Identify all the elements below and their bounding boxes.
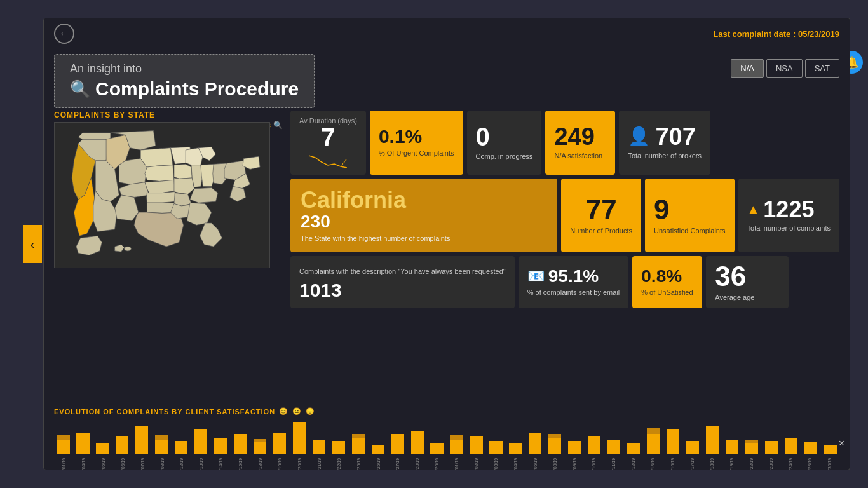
bar-group [54,418,72,454]
brokers-card: 👤 707 Total number of brokers [619,111,710,175]
email-pct-card: 📧 95.1% % of complaints sent by email [519,256,629,308]
email-icon: 📧 [527,268,545,285]
bar-date-label: 04/16/19 [663,458,682,470]
filter-sat[interactable]: SAT [805,59,839,78]
bar-group [506,418,525,454]
bar-group [644,418,663,454]
bar-group [388,418,407,454]
prev-arrow[interactable]: ‹ [23,225,42,263]
insights-icon: 🔍 [273,121,283,130]
bar-date-label: 03/08/19 [153,458,172,470]
bar-group [408,418,426,454]
bar-group [251,418,269,454]
last-complaint-info: Last complaint date : 05/23/2019 [713,29,839,39]
unsatisfied-comp-card: 9 Unsatisfied Complaints [645,179,735,252]
bar-date-label: 03/25/19 [349,458,369,470]
bar-group [762,418,780,454]
avg-age-value: 36 [715,262,780,290]
bar-date-label: 04/12/19 [623,458,643,470]
bar-group [742,418,761,454]
bar-group [684,418,702,454]
bar-group [172,418,191,454]
bar-group [821,418,839,454]
email-pct-label: % of complaints sent by email [527,288,620,297]
close-button[interactable]: × [839,438,844,449]
usa-map-container[interactable] [54,122,270,268]
evolution-bar-chart [54,418,839,456]
bar-group [526,418,545,454]
california-name: California [301,189,547,212]
bar-group [153,418,171,454]
smiley-happy: 😊 [279,407,288,416]
total-complaints-card: ▲ 1225 Total number of complaints [738,179,839,252]
bar-group [625,418,643,454]
bar-date-label: 04/18/19 [702,458,722,470]
bar-date-label: 03/21/19 [309,458,329,470]
bar-group [290,418,308,454]
bar-date-label: 03/29/19 [427,458,447,470]
bar-group [703,418,721,454]
bar-date-label: 04/09/19 [565,458,585,470]
bar-date-label: 04/03/19 [486,458,506,470]
products-label: Number of Products [570,226,632,235]
na-satisfaction-label: N/A satisfaction [554,151,606,160]
bar-date-label: 04/05/19 [526,458,545,470]
bar-date-label: 03/19/19 [270,458,290,470]
unsatisfied-pct-value: 0.8% [641,268,693,285]
bar-date-label: 03/15/19 [231,458,250,470]
bar-group [74,418,92,454]
bar-date-label: 03/28/19 [407,458,427,470]
bar-group [722,418,741,454]
urgent-card: 0.1% % Of Urgent Complaints [370,111,463,175]
bar-date-label: 03/06/19 [113,458,133,470]
magnify-icon: 🔍 [70,79,90,99]
bar-group [212,418,230,454]
bar-date-label: 04/10/19 [584,458,604,470]
evolution-label: EVOLUTION OF COMPLAINTS BY CLIENT SATISF… [54,407,839,416]
filter-na[interactable]: N/A [731,59,764,78]
top-bar: ← Last complaint date : 05/23/2019 [44,18,850,49]
brokers-icon: 👤 [628,128,650,146]
bar-date-label: 03/05/19 [93,458,113,470]
kpi-row-3: Complaints with the description "You hav… [290,256,839,308]
bar-date-label: 04/17/19 [682,458,702,470]
right-panel: Av Duration (days) 7 0.1% % Of Urgent Co… [290,111,839,403]
email-desc-number: 1013 [299,281,506,300]
bar-date-label: 04/23/19 [761,458,781,470]
in-progress-card: 0 Comp. in progress [467,111,542,175]
last-complaint-date: 05/23/2019 [798,29,839,39]
avg-age-label: Average age [715,293,780,302]
total-complaints-label: Total number of complaints [747,224,831,233]
bar-chart-labels: 03/01/1903/04/1903/05/1903/06/1903/07/19… [54,456,839,470]
bar-group [349,418,367,454]
urgent-label: % Of Urgent Complaints [379,149,454,158]
main-content: COMPLAINTS BY STATE Insights 🔍 [44,111,850,403]
bar-date-label: 04/19/19 [722,458,742,470]
kpi-row-2: California 230 The State with the highes… [290,179,839,252]
avg-age-card: 36 Average age [706,256,789,308]
bar-date-label: 04/02/19 [466,458,486,470]
bar-group [467,418,485,454]
california-card: California 230 The State with the highes… [290,179,557,252]
brokers-value-row: 👤 707 [628,125,702,149]
urgent-value: 0.1% [379,127,454,146]
smiley-neutral: 😐 [292,407,302,416]
filter-nsa[interactable]: NSA [766,59,803,78]
email-desc-card: Complaints with the description "You hav… [290,256,515,308]
bar-date-label: 04/25/19 [800,458,820,470]
header-section: An insight into 🔍 Complaints Procedure N… [44,49,850,111]
evolution-label-text: EVOLUTION OF COMPLAINTS BY CLIENT SATISF… [54,408,275,416]
av-duration-card: Av Duration (days) 7 [290,111,366,175]
na-satisfaction-card: 249 N/A satisfaction [545,111,615,175]
back-button[interactable]: ← [54,24,74,44]
bar-date-label: 03/07/19 [133,458,153,470]
bar-group [605,418,623,454]
evolution-section: EVOLUTION OF COMPLAINTS BY CLIENT SATISF… [44,403,850,470]
kpi-row-1: Av Duration (days) 7 0.1% % Of Urgent Co… [290,111,839,175]
bar-date-label: 03/27/19 [388,458,407,470]
bar-group [801,418,820,454]
bar-group [113,418,132,454]
bar-group [133,418,151,454]
bar-date-label: 04/04/19 [506,458,526,470]
total-complaints-value: 1225 [763,198,814,221]
